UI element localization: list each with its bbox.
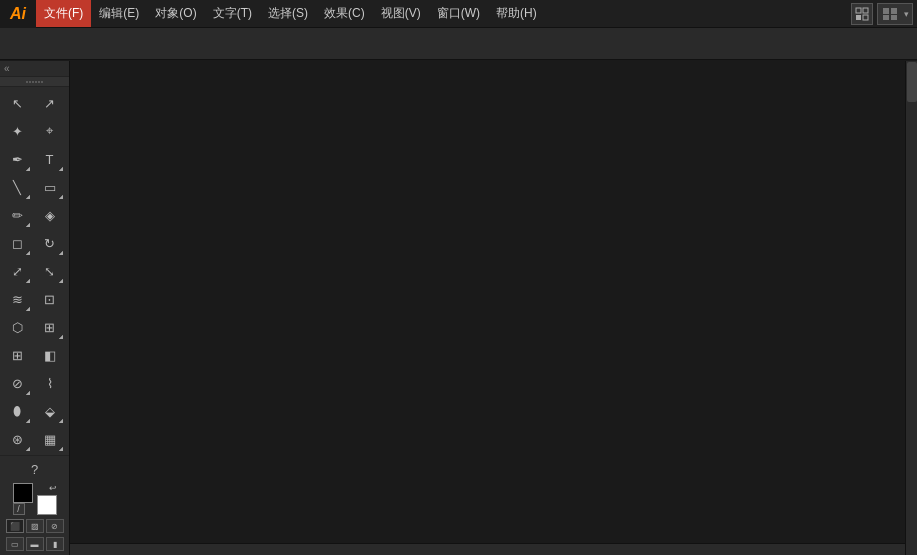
svg-rect-4 xyxy=(883,8,889,14)
menu-item-c[interactable]: 效果(C) xyxy=(316,0,373,27)
scrollbar-bottom[interactable] xyxy=(70,543,905,555)
collapse-icon: « xyxy=(4,63,10,74)
color-mode-row: ⬛ ▨ ⊘ xyxy=(6,519,64,533)
menu-item-s[interactable]: 选择(S) xyxy=(260,0,316,27)
no-color-icon[interactable]: / xyxy=(13,503,25,515)
menu-item-w[interactable]: 窗口(W) xyxy=(429,0,488,27)
width-tool[interactable]: ⤡ xyxy=(35,257,65,285)
stroke-swatch[interactable] xyxy=(37,495,57,515)
warp-tool-subtool-indicator xyxy=(26,307,30,311)
live-paint-bucket[interactable]: ⬙ xyxy=(35,397,65,425)
menu-item-f[interactable]: 文件(F) xyxy=(36,0,91,27)
eraser-tool-subtool-indicator xyxy=(26,251,30,255)
title-bar: Ai 文件(F)编辑(E)对象(O)文字(T)选择(S)效果(C)视图(V)窗口… xyxy=(0,0,917,28)
column-graph-tool-icon: ▦ xyxy=(44,432,56,447)
free-transform-tool[interactable]: ⊡ xyxy=(35,285,65,313)
main-canvas[interactable] xyxy=(70,61,917,555)
workspace-button[interactable] xyxy=(851,3,873,25)
eraser-tool-icon: ◻ xyxy=(12,236,23,251)
question-mark[interactable]: ? xyxy=(29,460,40,479)
normal-screen-btn[interactable]: ▭ xyxy=(6,537,24,551)
free-transform-tool-icon: ⊡ xyxy=(44,292,55,307)
menu-item-h[interactable]: 帮助(H) xyxy=(488,0,545,27)
line-tool[interactable]: ╲ xyxy=(2,173,32,201)
perspective-grid-tool[interactable]: ⊞ xyxy=(35,313,65,341)
symbol-sprayer[interactable]: ⊛ xyxy=(2,425,32,453)
gradient-tool[interactable]: ◧ xyxy=(35,341,65,369)
menu-item-v[interactable]: 视图(V) xyxy=(373,0,429,27)
selection-tool[interactable]: ↖ xyxy=(2,89,32,117)
tools-grid: ↖↗✦⌖✒T╲▭✏◈◻↻⤢⤡≋⊡⬡⊞⊞◧⊘⌇⬮⬙⊛▦⊞⊟✋⊕ xyxy=(0,87,69,455)
left-panel: « ↖↗✦⌖✒T╲▭✏◈◻↻⤢⤡≋⊡⬡⊞⊞◧⊘⌇⬮⬙⊛▦⊞⊟✋⊕ ? ↩ / xyxy=(0,61,70,555)
svg-rect-5 xyxy=(891,8,897,14)
perspective-grid-tool-subtool-indicator xyxy=(59,335,63,339)
pencil-tool[interactable]: ✏ xyxy=(2,201,32,229)
svg-rect-1 xyxy=(863,8,868,13)
magic-wand-tool[interactable]: ✦ xyxy=(2,117,32,145)
full-screen-with-menu-btn[interactable]: ▬ xyxy=(26,537,44,551)
rotate-tool-icon: ↻ xyxy=(44,236,55,251)
perspective-grid-tool-icon: ⊞ xyxy=(44,320,55,335)
svg-rect-0 xyxy=(856,8,861,13)
none-btn[interactable]: ⊘ xyxy=(46,519,64,533)
rectangle-tool-subtool-indicator xyxy=(59,195,63,199)
pen-tool[interactable]: ✒ xyxy=(2,145,32,173)
pen-tool-subtool-indicator xyxy=(26,167,30,171)
type-tool-subtool-indicator xyxy=(59,167,63,171)
gradient-btn[interactable]: ▨ xyxy=(26,519,44,533)
rotate-tool[interactable]: ↻ xyxy=(35,229,65,257)
width-tool-subtool-indicator xyxy=(59,279,63,283)
scrollbar-right[interactable] xyxy=(905,61,917,555)
eraser-tool[interactable]: ◻ xyxy=(2,229,32,257)
lasso-tool[interactable]: ⌖ xyxy=(35,117,65,145)
svg-rect-2 xyxy=(856,15,861,20)
type-tool[interactable]: T xyxy=(35,145,65,173)
gradient-tool-icon: ◧ xyxy=(44,348,56,363)
blob-brush-tool[interactable]: ◈ xyxy=(35,201,65,229)
svg-rect-6 xyxy=(883,15,889,20)
rotate-tool-subtool-indicator xyxy=(59,251,63,255)
fill-stroke-area[interactable]: ↩ / xyxy=(13,483,57,515)
selection-tool-icon: ↖ xyxy=(12,96,23,111)
toolbar-row xyxy=(0,28,917,60)
rectangle-tool[interactable]: ▭ xyxy=(35,173,65,201)
line-tool-icon: ╲ xyxy=(13,180,21,195)
live-paint-bucket-icon: ⬙ xyxy=(45,404,55,419)
blend-tool-icon: ⬮ xyxy=(13,403,21,419)
pencil-tool-icon: ✏ xyxy=(12,208,23,223)
pencil-tool-subtool-indicator xyxy=(26,223,30,227)
mesh-tool[interactable]: ⊞ xyxy=(2,341,32,369)
tools-grip[interactable] xyxy=(0,77,69,87)
fill-swatch[interactable] xyxy=(13,483,33,503)
full-screen-btn[interactable]: ▮ xyxy=(46,537,64,551)
svg-rect-7 xyxy=(891,15,897,20)
menu-item-o[interactable]: 对象(O) xyxy=(147,0,204,27)
measure-tool[interactable]: ⌇ xyxy=(35,369,65,397)
arrange-buttons[interactable]: ▾ xyxy=(877,3,913,25)
slice-tool[interactable]: ⊟ xyxy=(35,453,65,455)
pen-tool-icon: ✒ xyxy=(12,152,23,167)
menu-right: ▾ xyxy=(851,3,917,25)
artboard-tool[interactable]: ⊞ xyxy=(2,453,32,455)
lasso-tool-icon: ⌖ xyxy=(46,123,53,139)
scale-tool[interactable]: ⤢ xyxy=(2,257,32,285)
reset-color-icon[interactable]: ↩ xyxy=(49,483,57,493)
line-tool-subtool-indicator xyxy=(26,195,30,199)
shape-builder-tool[interactable]: ⬡ xyxy=(2,313,32,341)
menu-item-e[interactable]: 编辑(E) xyxy=(91,0,147,27)
direct-selection-tool[interactable]: ↗ xyxy=(35,89,65,117)
tools-bottom: ? ↩ / ⬛ ▨ ⊘ ▭ ▬ ▮ xyxy=(0,455,69,555)
column-graph-tool[interactable]: ▦ xyxy=(35,425,65,453)
panel-collapse-btn[interactable]: « xyxy=(0,61,69,77)
warp-tool[interactable]: ≋ xyxy=(2,285,32,313)
scroll-thumb-right[interactable] xyxy=(907,62,917,102)
blend-tool[interactable]: ⬮ xyxy=(2,397,32,425)
rectangle-tool-icon: ▭ xyxy=(44,180,56,195)
mesh-tool-icon: ⊞ xyxy=(12,348,23,363)
scale-tool-icon: ⤢ xyxy=(12,264,23,279)
warp-tool-icon: ≋ xyxy=(12,292,23,307)
solid-color-btn[interactable]: ⬛ xyxy=(6,519,24,533)
eyedropper-tool[interactable]: ⊘ xyxy=(2,369,32,397)
menu-item-t[interactable]: 文字(T) xyxy=(205,0,260,27)
blob-brush-tool-icon: ◈ xyxy=(45,208,55,223)
